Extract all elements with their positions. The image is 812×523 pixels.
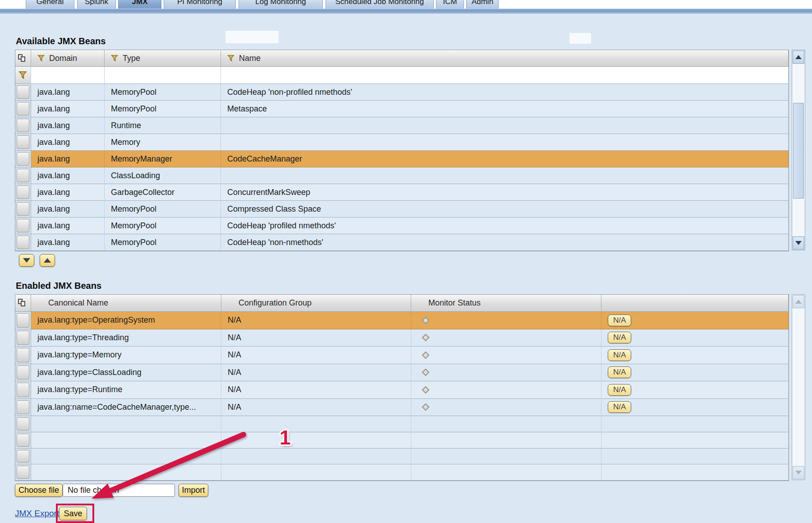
empty-table-row[interactable] <box>15 464 789 481</box>
cell-name[interactable]: CodeHeap 'non-nmethods' <box>221 234 789 251</box>
cell-configuration-group[interactable]: N/A <box>221 312 411 329</box>
row-selector[interactable] <box>15 464 31 481</box>
cell-name[interactable] <box>221 117 789 134</box>
table-row[interactable]: java.lang:type=Memory N/A N/A <box>15 347 789 364</box>
column-header-domain[interactable]: Domain <box>31 50 105 67</box>
scrollbar-thumb[interactable] <box>793 103 804 199</box>
choose-file-button[interactable]: Choose file <box>15 484 63 497</box>
table-row[interactable]: java.lang MemoryPool Compressed Class Sp… <box>15 201 789 218</box>
cell-configuration-group[interactable]: N/A <box>221 364 411 382</box>
column-header-type[interactable]: Type <box>105 50 221 67</box>
cell-domain[interactable]: java.lang <box>31 101 105 117</box>
row-selector[interactable] <box>15 449 31 465</box>
table-row[interactable]: java.lang:type=ClassLoading N/A N/A <box>15 364 789 382</box>
cell-domain[interactable]: java.lang <box>31 167 105 184</box>
empty-table-row[interactable] <box>15 416 789 432</box>
scroll-up-button[interactable] <box>793 295 804 308</box>
cell-domain[interactable]: java.lang <box>31 218 105 234</box>
filter-cell[interactable] <box>31 67 105 84</box>
cell-name[interactable] <box>221 134 789 151</box>
cell-domain[interactable]: java.lang <box>31 234 105 251</box>
row-selector[interactable] <box>15 184 31 201</box>
cell-type[interactable]: Memory <box>105 134 221 151</box>
file-input[interactable]: No file chosen <box>63 484 175 497</box>
scrollbar-track[interactable] <box>792 64 805 236</box>
cell-type[interactable]: MemoryManager <box>105 151 221 167</box>
cell-monitor-status[interactable] <box>411 399 601 417</box>
filter-domain-input[interactable] <box>37 70 101 80</box>
cell-type[interactable]: MemoryPool <box>105 101 221 117</box>
row-selector[interactable] <box>15 117 31 134</box>
table-row-selected[interactable]: java.lang:type=OperatingSystem N/A N/A <box>15 312 789 329</box>
filter-name-input[interactable] <box>227 70 760 80</box>
tab-log-monitoring[interactable]: Log Monitoring <box>239 0 323 9</box>
tab-splunk[interactable]: Splunk <box>77 0 116 9</box>
cell-canonical-name[interactable]: java.lang:name=CodeCacheManager,type... <box>31 399 221 417</box>
row-selector[interactable] <box>15 167 31 184</box>
row-selector[interactable] <box>15 432 31 449</box>
row-selector[interactable] <box>15 218 31 234</box>
cell-name[interactable]: Metaspace <box>221 101 789 117</box>
cell-name[interactable]: CodeCacheManager <box>221 151 789 167</box>
na-action-button[interactable]: N/A <box>608 401 631 413</box>
table-row[interactable]: java.lang:type=Runtime N/A N/A <box>15 381 789 399</box>
scroll-down-button[interactable] <box>793 466 804 479</box>
row-selector[interactable] <box>15 134 31 151</box>
row-selector[interactable] <box>15 84 31 101</box>
cell-type[interactable]: MemoryPool <box>105 234 221 251</box>
tab-pi-monitoring[interactable]: PI Monitoring <box>164 0 236 9</box>
table-row[interactable]: java.lang Memory <box>15 134 789 151</box>
cell-domain[interactable]: java.lang <box>31 184 105 201</box>
na-action-button[interactable]: N/A <box>608 315 631 326</box>
row-selector[interactable] <box>15 399 31 417</box>
table-row[interactable]: java.lang ClassLoading <box>15 167 789 184</box>
table-page-down-button[interactable] <box>19 254 34 267</box>
cell-name[interactable]: Compressed Class Space <box>221 201 789 218</box>
column-header-configuration-group[interactable]: Configuration Group <box>221 295 411 312</box>
table-row[interactable]: java.lang MemoryPool CodeHeap 'non-profi… <box>15 84 789 101</box>
na-action-button[interactable]: N/A <box>608 384 631 396</box>
tab-general[interactable]: General <box>26 0 74 9</box>
na-action-button[interactable]: N/A <box>608 349 631 361</box>
cell-monitor-status[interactable] <box>411 364 601 382</box>
table-row[interactable]: java.lang MemoryPool CodeHeap 'non-nmeth… <box>15 234 789 251</box>
filter-cell[interactable] <box>221 67 789 84</box>
tab-icm[interactable]: ICM <box>436 0 464 9</box>
row-selector[interactable] <box>15 234 31 251</box>
na-action-button[interactable]: N/A <box>608 332 631 343</box>
cell-monitor-status[interactable] <box>411 347 601 364</box>
scroll-up-button[interactable] <box>793 51 804 64</box>
row-selector[interactable] <box>15 101 31 117</box>
cell-configuration-group[interactable]: N/A <box>221 381 411 399</box>
filter-type-input[interactable] <box>111 70 215 80</box>
enabled-table-scrollbar[interactable] <box>792 294 805 480</box>
table-row[interactable]: java.lang MemoryPool CodeHeap 'profiled … <box>15 218 789 234</box>
scroll-down-button[interactable] <box>793 236 804 250</box>
table-row[interactable]: java.lang GarbageCollector ConcurrentMar… <box>15 184 789 201</box>
row-selector[interactable] <box>15 347 31 364</box>
table-row[interactable]: java.lang:name=CodeCacheManager,type... … <box>15 399 789 417</box>
column-header-name[interactable]: Name <box>221 50 789 67</box>
cell-domain[interactable]: java.lang <box>31 151 105 167</box>
table-page-up-button[interactable] <box>40 254 55 267</box>
jmx-export-link[interactable]: JMX Export <box>15 509 59 518</box>
row-selector[interactable] <box>15 381 31 399</box>
tab-admin[interactable]: Admin <box>466 0 499 9</box>
cell-domain[interactable]: java.lang <box>31 134 105 151</box>
cell-name[interactable] <box>221 167 789 184</box>
cell-canonical-name[interactable]: java.lang:type=Runtime <box>31 381 221 399</box>
cell-type[interactable]: ClassLoading <box>105 167 221 184</box>
column-header-monitor-status[interactable]: Monitor Status <box>411 295 601 312</box>
column-header-canonical-name[interactable]: Canonical Name <box>31 295 221 312</box>
cell-configuration-group[interactable]: N/A <box>221 347 411 364</box>
cell-configuration-group[interactable]: N/A <box>221 329 411 347</box>
cell-canonical-name[interactable]: java.lang:type=OperatingSystem <box>31 312 221 329</box>
cell-type[interactable]: GarbageCollector <box>105 184 221 201</box>
cell-type[interactable]: MemoryPool <box>105 218 221 234</box>
row-selector[interactable] <box>15 416 31 432</box>
cell-name[interactable]: CodeHeap 'profiled nmethods' <box>221 218 789 234</box>
cell-name[interactable]: CodeHeap 'non-profiled nmethods' <box>221 84 789 101</box>
cell-canonical-name[interactable]: java.lang:type=Memory <box>31 347 221 364</box>
row-selector[interactable] <box>15 364 31 382</box>
na-action-button[interactable]: N/A <box>608 366 631 378</box>
